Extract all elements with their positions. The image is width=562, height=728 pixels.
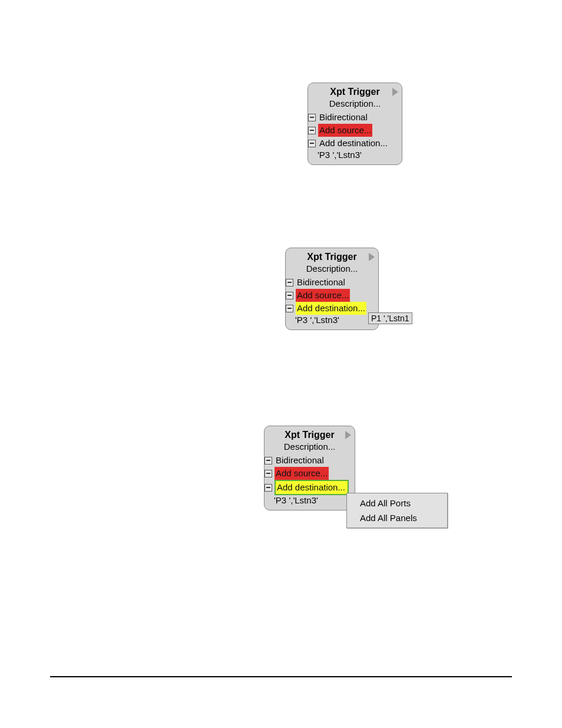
bidirectional-label: Bidirectional: [318, 111, 369, 124]
box2-sub-value: 'P3 ','Lstn3': [295, 315, 373, 325]
bidirectional-label: Bidirectional: [275, 454, 325, 467]
box1-row-add-destination[interactable]: Add destination...: [308, 137, 397, 150]
box1-desc[interactable]: Description...: [313, 98, 397, 108]
page: Xpt Trigger Description... Bidirectional…: [0, 0, 562, 728]
box3-title: Xpt Trigger: [269, 430, 350, 440]
context-menu: Add All Ports Add All Panels: [346, 493, 448, 528]
box1-row-bidirectional[interactable]: Bidirectional: [308, 111, 397, 124]
collapse-icon[interactable]: [265, 484, 272, 492]
collapse-icon[interactable]: [286, 279, 293, 286]
box2-title-text: Xpt Trigger: [307, 252, 356, 262]
add-source-label: Add source...: [296, 289, 350, 302]
box3-row-add-destination[interactable]: Add destination...: [265, 480, 350, 495]
xpt-trigger-box-3[interactable]: Xpt Trigger Description... Bidirectional…: [264, 426, 355, 510]
collapse-icon[interactable]: [308, 127, 316, 134]
box2-desc[interactable]: Description...: [290, 263, 373, 274]
box2-title: Xpt Trigger: [290, 252, 373, 262]
collapse-icon[interactable]: [308, 114, 316, 121]
collapse-icon[interactable]: [265, 457, 272, 465]
box1-sub-value: 'P3 ','Lstn3': [318, 150, 397, 160]
add-destination-label: Add destination...: [318, 137, 389, 150]
box3-row-add-source[interactable]: Add source...: [265, 467, 350, 480]
xpt-trigger-box-2[interactable]: Xpt Trigger Description... Bidirectional…: [285, 248, 379, 330]
add-source-label: Add source...: [318, 124, 372, 137]
play-icon[interactable]: [369, 253, 375, 261]
menu-add-all-panels[interactable]: Add All Panels: [347, 510, 447, 525]
box2-row-bidirectional[interactable]: Bidirectional: [286, 276, 373, 289]
add-destination-label: Add destination...: [275, 480, 349, 495]
collapse-icon[interactable]: [286, 305, 293, 312]
play-icon[interactable]: [345, 431, 351, 439]
box1-row-add-source[interactable]: Add source...: [308, 124, 397, 137]
play-icon[interactable]: [392, 88, 398, 96]
bidirectional-label: Bidirectional: [296, 276, 346, 289]
box1-title-text: Xpt Trigger: [330, 87, 379, 97]
box3-row-bidirectional[interactable]: Bidirectional: [265, 454, 350, 467]
box2-row-add-destination[interactable]: Add destination...: [286, 302, 373, 315]
box3-sub-value: 'P3 ','Lstn3': [274, 495, 350, 505]
box1-title: Xpt Trigger: [313, 87, 397, 97]
footer-divider: [50, 676, 512, 677]
box2-row-add-source[interactable]: Add source...: [286, 289, 373, 302]
box3-desc[interactable]: Description...: [269, 442, 350, 452]
menu-add-all-ports[interactable]: Add All Ports: [347, 496, 447, 510]
xpt-trigger-box-1[interactable]: Xpt Trigger Description... Bidirectional…: [308, 83, 402, 165]
box3-title-text: Xpt Trigger: [285, 430, 334, 440]
collapse-icon[interactable]: [308, 140, 316, 147]
add-source-label: Add source...: [275, 467, 329, 480]
collapse-icon[interactable]: [265, 470, 272, 477]
collapse-icon[interactable]: [286, 292, 293, 299]
add-destination-label: Add destination...: [296, 302, 366, 315]
tooltip-destination: P1 ','Lstn1: [368, 312, 412, 324]
